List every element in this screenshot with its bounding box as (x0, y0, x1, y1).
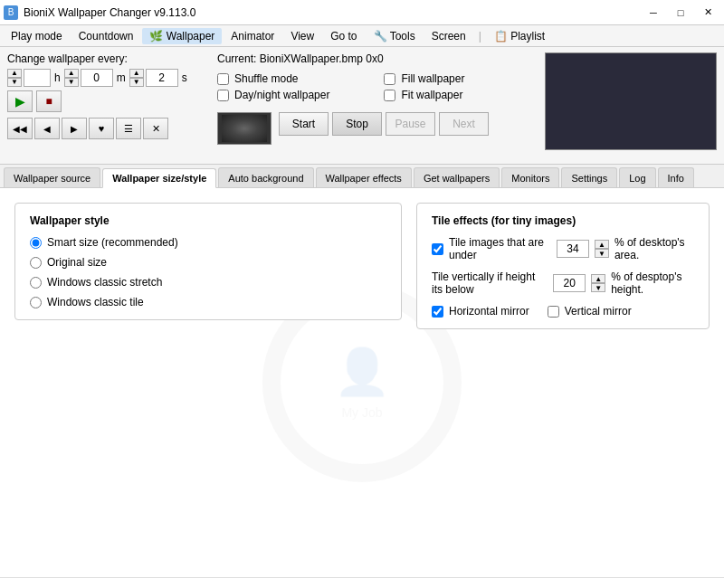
stop-play-button[interactable]: ■ (36, 90, 62, 112)
next-nav-button[interactable]: ▶ (62, 118, 87, 139)
menu-separator: | (479, 30, 481, 43)
pause-button[interactable]: Pause (386, 112, 435, 136)
tab-wallpaper-size[interactable]: Wallpaper size/style (102, 168, 216, 188)
prev-prev-button[interactable]: ◀◀ (7, 118, 33, 139)
minutes-label: m (117, 71, 126, 84)
stop-button[interactable]: Stop (332, 112, 382, 136)
hours-down-btn[interactable]: ▼ (7, 78, 22, 87)
main-content: 👤 My Job Wallpaper style Smart size (rec… (0, 188, 724, 577)
start-button[interactable]: Start (279, 112, 329, 136)
tile-row1-label2: % of desktop's area. (614, 236, 694, 261)
fit-wallpaper-label: Fit wallpaper (401, 89, 462, 101)
shuffle-mode-label: Shuffle mode (234, 72, 299, 85)
horizontal-mirror-checkbox[interactable] (432, 306, 443, 318)
mode-checkboxes-right: Fill wallpaper Fit wallpaper (384, 72, 464, 101)
next-button[interactable]: Next (439, 112, 489, 136)
seconds-up-btn[interactable]: ▲ (129, 69, 144, 78)
tile-images-checkbox[interactable] (432, 243, 443, 255)
menu-countdown[interactable]: Countdown (71, 28, 141, 44)
mirror-options: Horizontal mirror Vertical mirror (432, 305, 694, 318)
maximize-button[interactable]: □ (668, 4, 693, 22)
tile-effects-panel: Tile effects (for tiny images) Tile imag… (416, 188, 724, 577)
menu-view[interactable]: View (283, 28, 321, 44)
tile-row1-up[interactable]: ▲ (595, 240, 609, 249)
seconds-label: s (182, 71, 187, 84)
minimize-button[interactable]: ─ (641, 4, 666, 22)
tab-get-wallpapers[interactable]: Get wallpapers (414, 167, 500, 187)
hours-spinner: ▲ ▼ (7, 69, 51, 87)
current-file-info: Current: BioniXWallpaper.bmp 0x0 (217, 52, 534, 65)
day-night-checkbox[interactable] (217, 90, 229, 101)
tile-row2-input[interactable] (553, 274, 586, 292)
tile-effects-title: Tile effects (for tiny images) (432, 214, 694, 227)
hours-up-btn[interactable]: ▲ (7, 69, 22, 78)
hours-label: h (54, 71, 61, 84)
style-original-label: Original size (47, 256, 107, 269)
wallpaper-thumbnail (217, 112, 272, 145)
tile-row2-down[interactable]: ▼ (591, 283, 605, 292)
seconds-input[interactable] (146, 69, 178, 87)
preview-panel (545, 52, 717, 150)
fill-wallpaper-checkbox[interactable] (384, 73, 395, 85)
menu-screen[interactable]: Screen (424, 28, 473, 44)
wallpaper-style-box: Wallpaper style Smart size (recommended)… (14, 203, 402, 320)
window-title: BioniX Wallpaper Changer v9.113.0 (24, 6, 195, 19)
style-stretch-label: Windows classic stretch (47, 276, 162, 289)
seconds-down-btn[interactable]: ▼ (129, 78, 144, 87)
window-controls: ─ □ ✕ (641, 4, 720, 22)
wallpaper-style-title: Wallpaper style (30, 214, 386, 227)
tile-row2-up[interactable]: ▲ (591, 274, 605, 283)
change-every-label: Change wallpaper every: (7, 52, 128, 65)
day-night-label: Day/night wallpaper (234, 89, 329, 101)
tab-monitors[interactable]: Monitors (501, 167, 559, 187)
delete-nav-button[interactable]: ✕ (143, 118, 168, 139)
menu-bar: Play mode Countdown 🌿 Wallpaper Animator… (0, 25, 724, 47)
tile-row1-down[interactable]: ▼ (595, 249, 609, 258)
mode-checkboxes: Shuffle mode Day/night wallpaper (217, 72, 329, 101)
action-buttons: Start Stop Pause Next (217, 112, 534, 145)
minutes-down-btn[interactable]: ▼ (64, 78, 79, 87)
horizontal-mirror-label: Horizontal mirror (449, 305, 529, 318)
style-stretch-radio[interactable] (30, 277, 42, 289)
tile-row2-label1: Tile vertically if height its below (432, 270, 548, 296)
wallpaper-style-options: Smart size (recommended) Original size W… (30, 236, 386, 308)
close-button[interactable]: ✕ (695, 4, 720, 22)
wallpaper-style-panel: Wallpaper style Smart size (recommended)… (0, 188, 416, 577)
fit-wallpaper-checkbox[interactable] (384, 90, 395, 101)
toolbar-timer: Change wallpaper every: ▲ ▼ h ▲ ▼ m (7, 52, 206, 139)
fav-button[interactable]: ♥ (89, 118, 114, 139)
style-original-radio[interactable] (30, 257, 42, 269)
style-smart-radio[interactable] (30, 237, 42, 249)
menu-wallpaper[interactable]: 🌿 Wallpaper (142, 28, 222, 44)
toolbar-middle: Current: BioniXWallpaper.bmp 0x0 Shuffle… (217, 52, 534, 145)
seconds-spinner: ▲ ▼ (129, 69, 178, 87)
minutes-spinner: ▲ ▼ (64, 69, 113, 87)
menu-tools[interactable]: 🔧 Tools (367, 28, 423, 44)
hours-input[interactable] (24, 69, 51, 87)
toolbar: Change wallpaper every: ▲ ▼ h ▲ ▼ m (0, 47, 724, 165)
tile-row1-input[interactable] (557, 240, 589, 258)
shuffle-mode-checkbox[interactable] (217, 73, 229, 85)
tab-log[interactable]: Log (619, 167, 655, 187)
style-tile-radio[interactable] (30, 297, 42, 308)
tab-wallpaper-source[interactable]: Wallpaper source (4, 167, 100, 187)
app-icon: B (4, 5, 18, 20)
minutes-input[interactable] (81, 69, 113, 87)
tab-info[interactable]: Info (658, 167, 694, 187)
fill-wallpaper-label: Fill wallpaper (401, 72, 464, 85)
tab-wallpaper-effects[interactable]: Wallpaper effects (316, 167, 412, 187)
play-button[interactable]: ▶ (7, 90, 33, 112)
opt-button[interactable]: ☰ (116, 118, 141, 139)
prev-button[interactable]: ◀ (34, 118, 60, 139)
tab-settings[interactable]: Settings (561, 167, 617, 187)
tab-auto-background[interactable]: Auto background (218, 167, 313, 187)
smart-size-section: Smart size Custom zoom ▲ ▼ % Fit (enlarg… (0, 577, 724, 588)
menu-goto[interactable]: Go to (323, 28, 364, 44)
vertical-mirror-checkbox[interactable] (548, 306, 559, 318)
minutes-up-btn[interactable]: ▲ (64, 69, 79, 78)
menu-play-mode[interactable]: Play mode (4, 28, 70, 44)
tab-bar: Wallpaper source Wallpaper size/style Au… (0, 165, 724, 188)
menu-animator[interactable]: Animator (224, 28, 281, 44)
tile-effects-box: Tile effects (for tiny images) Tile imag… (416, 203, 710, 329)
menu-playlist[interactable]: 📋 Playlist (487, 28, 552, 44)
